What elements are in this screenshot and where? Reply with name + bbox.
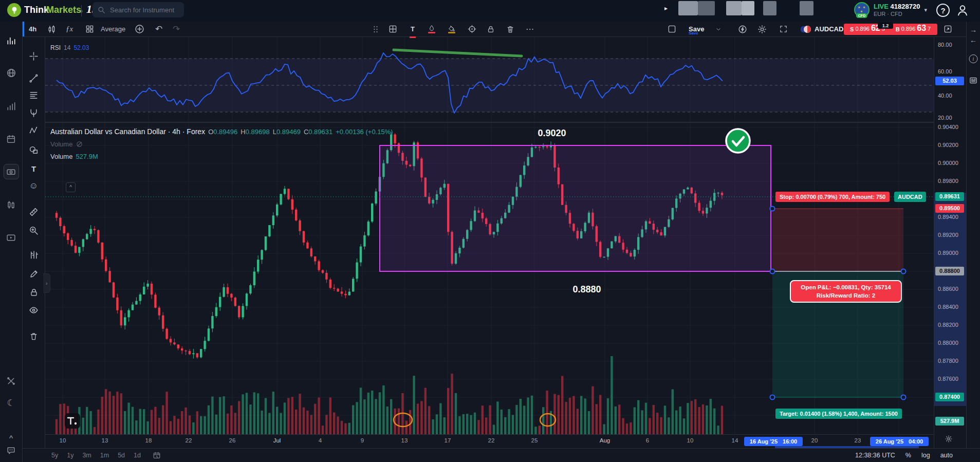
volume-hidden-label: Volume (50, 140, 72, 148)
volume-hidden-row[interactable]: Volume (50, 140, 83, 148)
percent-scale-button[interactable]: % (905, 452, 911, 459)
price-axis[interactable]: 80.0060.0040.0020.000.904000.902000.9000… (934, 37, 966, 448)
range-5d-button[interactable]: 5d (118, 452, 125, 459)
edit-tool-icon[interactable] (27, 267, 41, 281)
risk-zone[interactable] (772, 209, 903, 271)
position-handle[interactable] (901, 395, 906, 400)
trash-tool-icon[interactable] (506, 22, 514, 36)
interval-button[interactable]: 4h (29, 22, 36, 36)
emoji-tool-icon[interactable]: ☺ (27, 179, 41, 193)
symbol-legend[interactable]: Australian Dollar vs Canadian Dollar · 4… (50, 127, 393, 136)
redo-icon[interactable]: ↷ (173, 22, 180, 36)
shapes-tool-icon[interactable] (27, 143, 41, 157)
news-icon[interactable] (969, 76, 978, 85)
instrument-search[interactable] (93, 2, 184, 17)
rsi-legend[interactable]: RSI 14 52.03 (50, 44, 89, 51)
measure-tool-icon[interactable] (27, 205, 41, 218)
log-scale-button[interactable]: log (921, 452, 930, 459)
indicator-templates-icon[interactable] (85, 22, 94, 36)
drag-handle-icon[interactable] (373, 22, 378, 36)
range-1m-button[interactable]: 1m (100, 452, 109, 459)
scroll-up-icon[interactable]: ^ (4, 430, 19, 445)
more-options-icon[interactable]: ⋯ (526, 22, 534, 36)
select-layout-checkbox[interactable] (668, 22, 676, 36)
pitchfork-tool-icon[interactable] (27, 106, 41, 119)
range-rectangle[interactable] (380, 145, 771, 271)
trendline-tool-icon[interactable] (27, 71, 41, 85)
eye-off-icon[interactable] (76, 140, 83, 148)
lock-all-tool-icon[interactable] (27, 286, 41, 299)
range-1y-button[interactable]: 1y (67, 452, 73, 459)
check-badge[interactable] (726, 129, 750, 153)
stop-loss-label[interactable]: Stop: 0.00700 (0.79%) 700, Amount: 750 (775, 192, 890, 202)
pane-collapse-button[interactable]: ^ (66, 182, 76, 192)
fullscreen-icon[interactable] (779, 22, 788, 36)
sidebar-charts-icon[interactable] (4, 33, 19, 48)
position-handle[interactable] (770, 207, 775, 211)
rsi-pane[interactable]: RSI 14 52.03 (45, 37, 934, 122)
take-profit-label[interactable]: Target: 0.01400 (1.58%) 1,400, Amount: 1… (775, 409, 902, 419)
strategy-label[interactable]: Average (101, 22, 125, 36)
settings-gear-icon[interactable] (757, 22, 767, 36)
utc-clock[interactable]: 12:38:36 UTC (855, 452, 895, 459)
alert-icon[interactable] (738, 22, 747, 36)
main-chart-pane[interactable]: 0.90200.8880 Australian Dollar vs Canadi… (45, 123, 934, 434)
hide-drawings-eye-icon[interactable] (27, 303, 41, 317)
sidebar-calendar-icon[interactable] (4, 132, 19, 146)
sidebar-support-tools-icon[interactable] (4, 374, 19, 388)
buy-button[interactable]: B0.896637 (889, 24, 937, 35)
brush-color-tool[interactable] (428, 22, 435, 36)
header-expand-icon[interactable]: ▸ (664, 5, 668, 12)
fib-tool-icon[interactable] (27, 88, 41, 102)
text-drawing-tool[interactable]: T (27, 162, 41, 175)
pattern-tool-icon[interactable] (27, 123, 41, 137)
sidebar-instruments-icon[interactable] (4, 197, 19, 212)
collapse-panel-right-icon[interactable]: → (970, 26, 977, 34)
layout-grid-icon[interactable] (389, 22, 397, 36)
open-panel-left-icon[interactable]: ← (970, 36, 977, 44)
range-5y-button[interactable]: 5y (51, 452, 58, 459)
theme-moon-icon[interactable]: ☾ (4, 396, 19, 410)
save-caret-icon[interactable] (715, 22, 722, 36)
position-handle[interactable] (770, 395, 775, 400)
axis-settings-gear-icon[interactable] (945, 435, 953, 443)
add-alert-plus-icon[interactable] (135, 22, 144, 36)
price-axis-label: 0.90200 (938, 141, 958, 149)
help-button[interactable]: ? (936, 4, 950, 17)
search-input[interactable] (109, 6, 178, 14)
range-3m-button[interactable]: 3m (82, 452, 91, 459)
auto-scale-button[interactable]: auto (940, 452, 953, 459)
goto-date-icon[interactable] (153, 451, 161, 459)
account-switcher[interactable]: ✶ ✶ ✶ CFD LIVE 41828720 EUR · CFD ▾ (854, 2, 927, 17)
bar-pattern-tool-icon[interactable] (27, 248, 41, 262)
undo-icon[interactable]: ↶ (155, 22, 162, 36)
info-icon[interactable]: i (969, 54, 978, 63)
time-axis-label: Aug (600, 437, 610, 443)
save-layout-button[interactable]: SaveSave (689, 22, 704, 36)
target-tool-icon[interactable] (468, 22, 476, 36)
range-1d-button[interactable]: 1d (134, 452, 141, 459)
thinkmarkets-logo[interactable]: ThinkMarkets® (7, 3, 83, 17)
chat-icon[interactable] (4, 443, 19, 457)
crosshair-tool-icon[interactable] (27, 49, 41, 63)
text-tool-button[interactable]: T (410, 22, 416, 38)
sidebar-trade-icon[interactable] (4, 164, 19, 179)
position-handle[interactable] (901, 269, 906, 274)
object-tree-expand-tab[interactable]: › (43, 273, 50, 293)
fill-color-tool[interactable] (448, 22, 455, 36)
volume-row[interactable]: Volume 527.9M (50, 153, 98, 160)
indicators-button[interactable]: ƒx (66, 22, 73, 36)
position-handle[interactable] (770, 269, 775, 274)
lock-tool-icon[interactable] (487, 22, 495, 36)
sidebar-markets-icon[interactable] (4, 99, 19, 114)
delete-drawings-icon[interactable] (27, 329, 41, 343)
symbol-label[interactable]: AUDCAD (815, 22, 843, 36)
time-axis[interactable]: 1013182226Jul4913172225Aug610142023 16 A… (45, 434, 934, 448)
pnl-label[interactable]: Open P&L: −0.00831, Qty: 35714 Risk/Rewa… (790, 280, 902, 303)
open-in-window-icon[interactable] (944, 22, 952, 36)
sidebar-video-icon[interactable] (4, 230, 19, 245)
zoom-tool-icon[interactable] (27, 224, 41, 237)
sidebar-globe-icon[interactable] (4, 66, 19, 80)
chart-type-icon[interactable] (47, 22, 57, 36)
profile-icon[interactable] (956, 4, 969, 17)
